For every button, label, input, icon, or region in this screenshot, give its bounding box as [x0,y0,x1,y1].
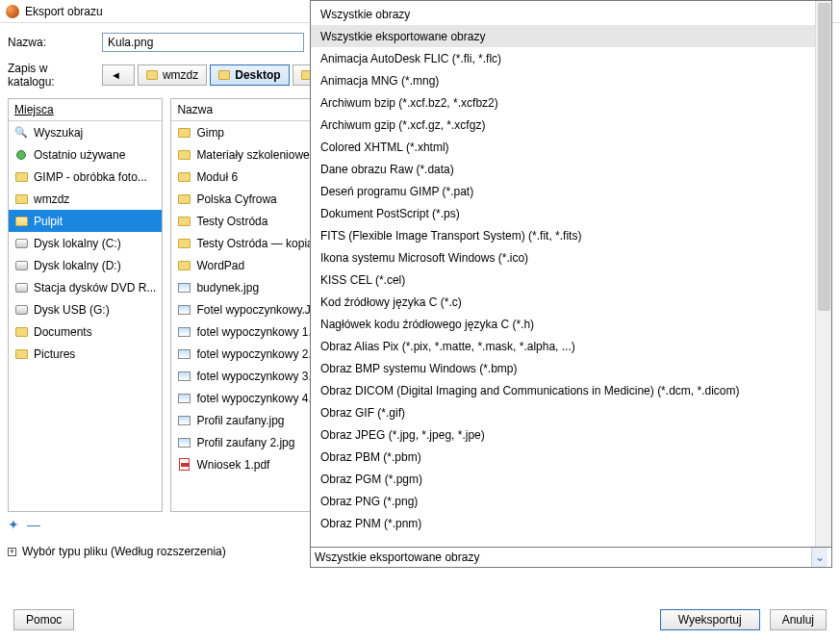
place-item[interactable]: Pictures [9,343,162,365]
add-place-button[interactable]: ✦ [8,517,19,532]
dropdown-option[interactable]: Deseń programu GIMP (*.pat) [311,180,815,202]
place-item[interactable]: wmzdz [9,188,162,210]
dropdown-option[interactable]: FITS (Flexible Image Transport System) (… [311,224,815,246]
dropdown-option[interactable]: Obraz PGM (*.pgm) [311,468,815,490]
savein-label: Zapis w katalogu: [8,62,94,89]
crumb-1[interactable]: wmzdz [138,64,207,86]
place-item[interactable]: Pulpit [9,210,162,232]
export-button[interactable]: Wyeksportuj [660,609,760,630]
app-icon [6,5,19,18]
help-button[interactable]: Pomoc [13,609,74,630]
dropdown-option[interactable]: Archiwum gzip (*.xcf.gz, *.xcfgz) [311,114,815,136]
dropdown-option[interactable]: Obraz GIF (*.gif) [311,401,815,423]
dropdown-option[interactable]: Obraz DICOM (Digital Imaging and Communi… [311,379,815,401]
place-item[interactable]: Dysk USB (G:) [9,298,162,320]
places-list: WyszukajOstatnio używaneGIMP - obróbka f… [9,121,162,511]
dropdown-option[interactable]: Nagłówek kodu źródłowego języka C (*.h) [311,313,815,335]
combo-value: Wszystkie eksportowane obrazy [315,550,479,564]
place-item[interactable]: Wyszukaj [9,121,162,143]
dropdown-option[interactable]: Wszystkie eksportowane obrazy [311,25,815,47]
dropdown-option[interactable]: Obraz JPEG (*.jpg, *.jpeg, *.jpe) [311,423,815,446]
filetype-dropdown[interactable]: Wszystkie obrazyWszystkie eksportowane o… [310,0,832,568]
dropdown-option[interactable]: Animacja MNG (*.mng) [311,69,815,91]
place-item[interactable]: GIMP - obróbka foto... [9,166,162,188]
window-title: Eksport obrazu [25,5,103,18]
dropdown-option[interactable]: Animacja AutoDesk FLIC (*.fli, *.flc) [311,47,815,69]
cancel-button[interactable]: Anuluj [770,609,827,630]
place-item[interactable]: Ostatnio używane [9,143,162,166]
dropdown-option[interactable]: Colored XHTML (*.xhtml) [311,136,815,158]
dropdown-option[interactable]: Obraz PNM (*.pnm) [311,512,815,534]
place-item[interactable]: Dysk lokalny (D:) [9,254,162,276]
dropdown-option[interactable]: Archiwum bzip (*.xcf.bz2, *.xcfbz2) [311,91,815,114]
crumb-2[interactable]: Desktop [210,64,289,86]
file-type-label: Wybór typu pliku (Według rozszerzenia) [22,545,226,558]
remove-place-button[interactable]: — [27,517,40,532]
filetype-combo[interactable]: Wszystkie eksportowane obrazy ⌄ [310,547,832,568]
places-panel: Miejsca WyszukajOstatnio używaneGIMP - o… [8,98,163,512]
dropdown-scrollbar[interactable] [815,1,831,567]
name-label: Nazwa: [8,36,94,49]
folder-icon [146,70,158,80]
dropdown-option[interactable]: Wszystkie obrazy [311,3,815,25]
filename-input[interactable] [102,33,304,52]
place-item[interactable]: Documents [9,320,162,343]
places-header[interactable]: Miejsca [9,99,162,121]
dropdown-option[interactable]: Obraz Alias Pix (*.pix, *.matte, *.mask,… [311,335,815,357]
crumb-0[interactable]: ◄ [102,64,135,86]
dropdown-option[interactable]: Dane obrazu Raw (*.data) [311,158,815,180]
dropdown-option[interactable]: Kod źródłowy języka C (*.c) [311,291,815,313]
folder-icon [218,70,230,80]
place-item[interactable]: Stacja dysków DVD R... [9,276,162,298]
place-item[interactable]: Dysk lokalny (C:) [9,232,162,254]
dropdown-option[interactable]: Obraz PNG (*.png) [311,490,815,512]
dropdown-option[interactable]: Obraz PBM (*.pbm) [311,446,815,468]
expand-icon: + [8,548,16,556]
dropdown-option[interactable]: KISS CEL (*.cel) [311,269,815,291]
dropdown-option[interactable]: Ikona systemu Microsoft Windows (*.ico) [311,246,815,269]
chevron-down-icon: ⌄ [811,548,827,567]
dropdown-option[interactable]: Obraz BMP systemu Windows (*.bmp) [311,357,815,379]
dropdown-option[interactable]: Dokument PostScript (*.ps) [311,202,815,224]
